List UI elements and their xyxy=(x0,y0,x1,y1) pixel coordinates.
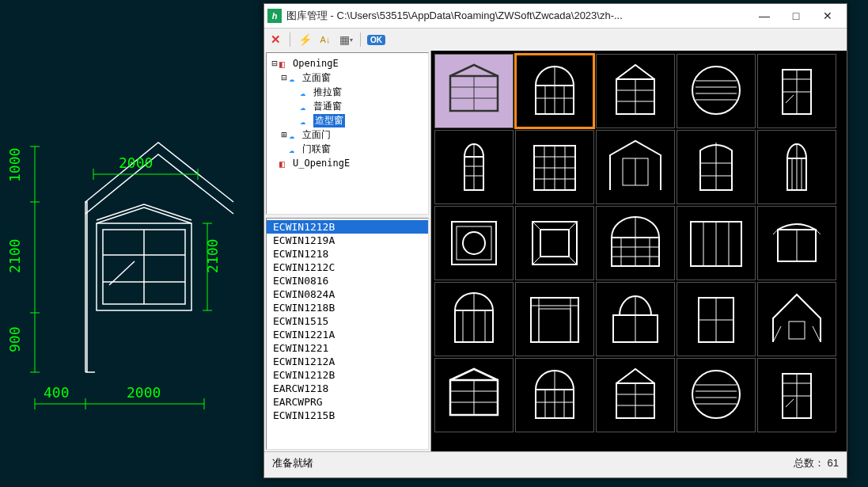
thumbnail-item[interactable] xyxy=(434,206,514,280)
list-item[interactable]: ECWIN1212C xyxy=(267,261,428,274)
separator-icon xyxy=(290,32,290,47)
thumbnail-item[interactable] xyxy=(434,54,514,128)
list-item[interactable]: ECWIN0824A xyxy=(267,287,428,301)
svg-line-130 xyxy=(786,399,794,407)
list-item[interactable]: ECWIN1215B xyxy=(267,409,428,422)
thumbnail-grid[interactable] xyxy=(431,51,847,451)
collapse-icon[interactable]: ⊟ xyxy=(279,72,289,83)
cloud-icon: ☁ xyxy=(300,101,311,111)
thumbnail-item[interactable] xyxy=(596,282,675,356)
tree-label: 门联窗 xyxy=(302,143,331,156)
list-item[interactable]: ECWIN1218 xyxy=(267,247,428,261)
delete-button[interactable]: ✕ xyxy=(267,32,283,48)
expand-icon[interactable]: ⊞ xyxy=(279,129,289,140)
tree-node-user[interactable]: ◧ U_OpeningE xyxy=(268,156,426,170)
svg-rect-105 xyxy=(789,321,805,339)
book-icon: ◧ xyxy=(279,59,290,68)
tree-node-sliding[interactable]: ☁ 推拉窗 xyxy=(268,85,426,99)
maximize-button[interactable]: □ xyxy=(780,5,812,27)
svg-rect-93 xyxy=(531,298,578,342)
thumbnail-item[interactable] xyxy=(677,282,756,356)
list-item[interactable]: ECWIN1219A xyxy=(267,234,428,247)
titlebar[interactable]: h 图库管理 - C:\Users\53515\AppData\Roaming\… xyxy=(264,4,847,29)
list-item[interactable]: ECWIN0816 xyxy=(267,274,428,287)
thumbnail-item[interactable] xyxy=(515,206,594,280)
svg-line-76 xyxy=(569,257,577,264)
cad-drawing: 2000 1000 2100 900 2100 400 2000 xyxy=(0,0,263,487)
status-bar: 准备就绪 总数： 61 xyxy=(264,451,847,474)
thumbnail-item[interactable] xyxy=(596,130,675,204)
list-item[interactable]: ECWIN1221A xyxy=(267,328,428,341)
list-item[interactable]: ECWIN1212B xyxy=(267,220,428,234)
thumbnail-item[interactable] xyxy=(757,358,836,432)
thumbnail-item[interactable] xyxy=(434,282,514,356)
thumbnail-item[interactable] xyxy=(434,130,514,204)
thumbnail-item[interactable] xyxy=(677,54,756,128)
thumbnail-item[interactable] xyxy=(596,206,675,280)
close-button[interactable]: ✕ xyxy=(812,5,843,27)
tree-label: OpeningE xyxy=(293,58,339,69)
tree-node-normal[interactable]: ☁ 普通窗 xyxy=(268,99,426,113)
sort-button[interactable]: A↓ xyxy=(317,32,333,48)
app-icon: h xyxy=(267,9,282,23)
thumbnail-item[interactable] xyxy=(757,282,836,356)
svg-point-38 xyxy=(692,67,740,114)
minimize-button[interactable]: — xyxy=(749,5,780,27)
thumbnail-item[interactable] xyxy=(434,358,514,432)
dim-top: 2000 xyxy=(119,154,153,171)
cloud-icon: ☁ xyxy=(300,87,311,97)
tree-label: 立面门 xyxy=(302,128,331,142)
dim-left-bot: 900 xyxy=(6,326,23,352)
tree-node-styled[interactable]: ☁ 造型窗 xyxy=(268,113,426,127)
thumbnail-item[interactable] xyxy=(515,358,594,432)
cloud-icon: ☁ xyxy=(289,73,300,82)
status-count: 总数： 61 xyxy=(794,456,839,470)
svg-point-69 xyxy=(463,232,485,254)
thumbnail-item[interactable] xyxy=(515,130,594,204)
library-dialog: h 图库管理 - C:\Users\53515\AppData\Roaming\… xyxy=(263,3,847,478)
list-item[interactable]: EARCW1218 xyxy=(267,382,428,395)
category-tree[interactable]: ⊟ ◧ OpeningE ⊟ ☁ 立面窗 ☁ 推拉窗 ☁ 普通窗 xyxy=(266,52,429,215)
ok-button[interactable]: OK xyxy=(367,35,385,45)
tree-node-elev-window[interactable]: ⊟ ☁ 立面窗 xyxy=(268,70,426,85)
grid-icon: ▦ xyxy=(339,33,350,46)
thumbnail-item[interactable] xyxy=(596,358,675,432)
chevron-down-icon: ▾ xyxy=(350,36,353,44)
svg-rect-68 xyxy=(452,222,496,264)
block-list[interactable]: ECWIN1212BECWIN1219AECWIN1218ECWIN1212CE… xyxy=(266,218,429,450)
list-item[interactable]: ECWIN1515 xyxy=(267,314,428,328)
thumbnail-item[interactable] xyxy=(757,54,836,128)
thumbnail-item[interactable] xyxy=(677,206,756,280)
book-icon: ◧ xyxy=(279,158,290,168)
svg-rect-72 xyxy=(540,230,569,257)
list-item[interactable]: ECWIN1221 xyxy=(267,341,428,355)
thumbnail-item[interactable] xyxy=(757,130,836,204)
svg-line-106 xyxy=(773,326,781,342)
svg-point-121 xyxy=(692,371,740,418)
flash-button[interactable]: ⚡ xyxy=(297,32,313,48)
tree-label: 造型窗 xyxy=(313,114,345,127)
svg-line-47 xyxy=(786,95,794,103)
list-item[interactable]: ECWIN1218B xyxy=(267,301,428,314)
left-panel: ⊟ ◧ OpeningE ⊟ ☁ 立面窗 ☁ 推拉窗 ☁ 普通窗 xyxy=(264,51,431,451)
thumbnail-item[interactable] xyxy=(515,54,594,128)
thumbnail-item[interactable] xyxy=(677,358,756,432)
list-item[interactable]: ECWIN1212A xyxy=(267,355,428,368)
list-item[interactable]: EARCWPRG xyxy=(267,395,428,409)
grid-view-button[interactable]: ▦▾ xyxy=(338,32,354,48)
thumbnail-item[interactable] xyxy=(515,282,594,356)
status-text: 准备就绪 xyxy=(272,456,794,470)
tree-node-root[interactable]: ⊟ ◧ OpeningE xyxy=(268,56,426,70)
cloud-icon: ☁ xyxy=(289,130,300,139)
thumbnail-item[interactable] xyxy=(677,130,756,204)
collapse-icon[interactable]: ⊟ xyxy=(270,58,279,69)
dim-left-top: 1000 xyxy=(6,148,23,182)
cloud-icon: ☁ xyxy=(300,116,311,125)
thumbnail-item[interactable] xyxy=(596,54,675,128)
svg-line-73 xyxy=(533,222,540,230)
tree-node-door-window[interactable]: ☁ 门联窗 xyxy=(268,142,426,156)
list-item[interactable]: ECWIN1212B xyxy=(267,368,428,382)
tree-node-elev-door[interactable]: ⊞ ☁ 立面门 xyxy=(268,127,426,142)
thumbnail-item[interactable] xyxy=(757,206,836,280)
tree-label: 普通窗 xyxy=(313,100,342,113)
